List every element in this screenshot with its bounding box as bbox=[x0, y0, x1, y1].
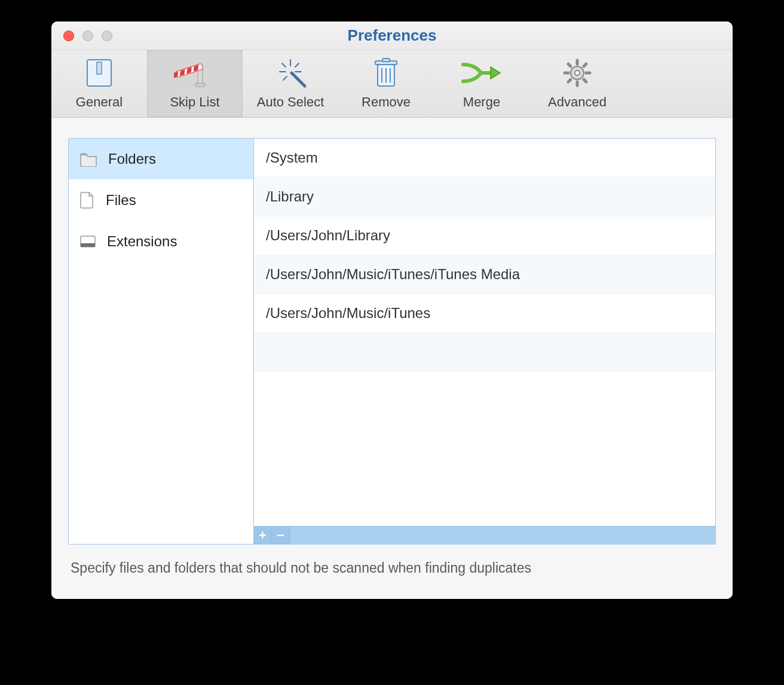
wand-icon bbox=[274, 56, 307, 90]
list-item[interactable]: /System bbox=[254, 139, 715, 178]
tab-label: Remove bbox=[362, 94, 411, 110]
zoom-window-button[interactable] bbox=[102, 30, 112, 41]
list-item-empty bbox=[254, 333, 715, 372]
trash-icon bbox=[373, 56, 399, 90]
minimize-window-button[interactable] bbox=[82, 30, 93, 41]
svg-line-11 bbox=[295, 63, 299, 67]
add-path-button[interactable]: + bbox=[254, 527, 272, 545]
svg-rect-18 bbox=[382, 59, 390, 62]
file-icon bbox=[79, 191, 95, 209]
svg-line-14 bbox=[283, 77, 287, 80]
skip-list-body: /System /Library /Users/John/Library /Us… bbox=[254, 139, 715, 526]
list-item[interactable]: /Users/John/Music/iTunes/iTunes Media bbox=[254, 255, 715, 294]
tab-advanced[interactable]: Advanced bbox=[529, 50, 625, 117]
sidebar-item-extensions[interactable]: Extensions bbox=[69, 221, 253, 262]
tab-general[interactable]: General bbox=[51, 50, 147, 117]
skip-list-table: /System /Library /Users/John/Library /Us… bbox=[254, 139, 715, 544]
sidebar-item-label: Extensions bbox=[107, 233, 177, 250]
remove-path-button[interactable]: − bbox=[272, 527, 290, 545]
panel-description: Specify files and folders that should no… bbox=[68, 545, 716, 582]
sidebar-item-folders[interactable]: Folders bbox=[69, 139, 253, 179]
sidebar-item-files[interactable]: Files bbox=[69, 179, 253, 221]
tab-remove[interactable]: Remove bbox=[338, 50, 434, 117]
tab-label: Skip List bbox=[170, 94, 219, 110]
sidebar-item-label: Files bbox=[106, 192, 136, 209]
svg-rect-1 bbox=[97, 62, 102, 74]
svg-line-28 bbox=[568, 64, 571, 66]
tab-merge[interactable]: Merge bbox=[434, 50, 529, 117]
minus-icon: − bbox=[277, 528, 284, 543]
gear-icon bbox=[562, 56, 592, 90]
window-title: Preferences bbox=[51, 26, 733, 45]
svg-line-30 bbox=[584, 64, 586, 66]
content-area: Folders Files bbox=[51, 118, 733, 599]
switch-icon bbox=[86, 56, 112, 90]
merge-arrow-icon bbox=[461, 56, 503, 90]
svg-line-10 bbox=[282, 63, 286, 67]
svg-line-31 bbox=[568, 79, 571, 82]
skip-list-panel: Folders Files bbox=[68, 138, 716, 545]
svg-rect-3 bbox=[195, 83, 205, 87]
tab-auto-select[interactable]: Auto Select bbox=[243, 50, 338, 117]
list-item[interactable]: /Library bbox=[254, 178, 715, 216]
tab-skip-list[interactable]: Skip List bbox=[147, 50, 243, 117]
svg-line-29 bbox=[584, 79, 586, 82]
plus-icon: + bbox=[259, 528, 267, 543]
barrier-icon bbox=[174, 56, 216, 90]
skip-list-footer: + − bbox=[254, 526, 715, 544]
tab-label: General bbox=[76, 94, 122, 110]
svg-line-15 bbox=[292, 73, 305, 86]
preferences-window: Preferences General bbox=[51, 22, 733, 599]
close-window-button[interactable] bbox=[63, 30, 74, 41]
list-item[interactable]: /Users/John/Music/iTunes bbox=[254, 294, 715, 333]
titlebar: Preferences bbox=[51, 22, 733, 50]
list-item[interactable]: /Users/John/Library bbox=[254, 216, 715, 255]
folder-icon bbox=[79, 151, 97, 167]
window-controls bbox=[51, 30, 112, 41]
svg-point-23 bbox=[575, 71, 580, 75]
tab-label: Auto Select bbox=[257, 94, 324, 110]
tab-label: Merge bbox=[463, 94, 500, 110]
preferences-toolbar: General Skip List bbox=[51, 50, 733, 118]
svg-rect-33 bbox=[81, 243, 95, 247]
sidebar-item-label: Folders bbox=[108, 151, 156, 167]
extension-icon bbox=[79, 234, 96, 249]
tab-label: Advanced bbox=[548, 94, 607, 110]
skip-list-sidebar: Folders Files bbox=[69, 139, 254, 544]
